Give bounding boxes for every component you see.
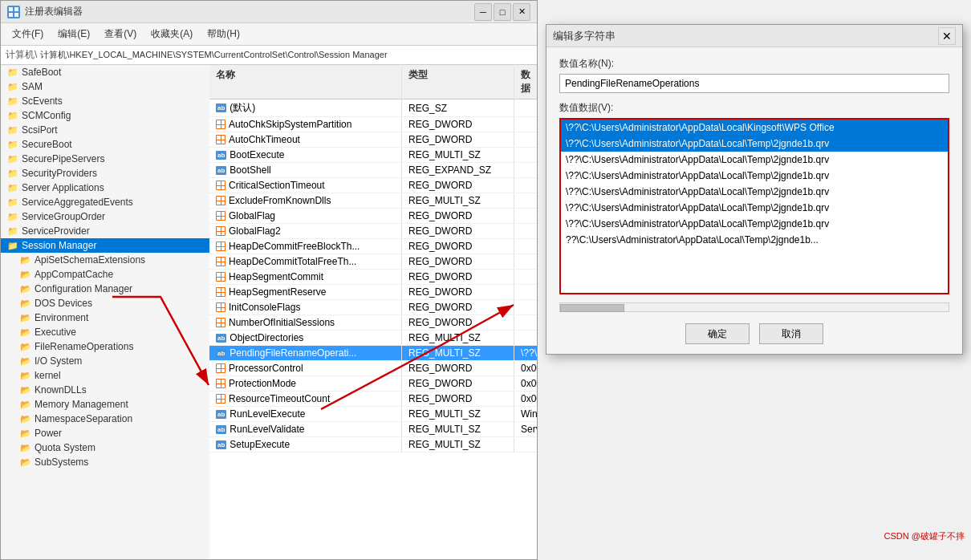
table-row[interactable]: ResourceTimeoutCountREG_DWORD0x00000096 … xyxy=(209,392,537,407)
tree-inner[interactable]: 📁SafeBoot📁SAM📁ScEvents📁SCMConfig📁ScsiPor… xyxy=(1,65,209,559)
table-row[interactable]: CriticalSectionTimeoutREG_DWORD xyxy=(209,178,537,193)
tree-item[interactable]: 📂ApiSetSchemaExtensions xyxy=(1,253,209,267)
list-item[interactable]: \??\C:\Users\Administrator\AppData\Local… xyxy=(561,152,948,168)
table-row[interactable]: abPendingFileRenameOperati...REG_MULTI_S… xyxy=(209,346,537,361)
tree-item-label: SCMConfig xyxy=(22,110,71,121)
folder-icon: 📁 xyxy=(7,241,18,251)
table-row[interactable]: AutoChkTimeoutREG_DWORD xyxy=(209,132,537,148)
table-row[interactable]: AutoChkSkipSystemPartitionREG_DWORD xyxy=(209,117,537,132)
list-item[interactable]: \??\C:\Users\Administrator\AppData\Local… xyxy=(561,200,948,216)
cell-data xyxy=(514,239,537,254)
tree-item[interactable]: 📁ScsiPort xyxy=(1,123,209,137)
scroll-thumb[interactable] xyxy=(560,304,624,312)
folder-icon: 📂 xyxy=(20,270,31,280)
tree-item[interactable]: 📂Memory Management xyxy=(1,397,209,412)
table-row[interactable]: GlobalFlag2REG_DWORD xyxy=(209,224,537,239)
table-row[interactable]: NumberOfInitialSessionsREG_DWORD xyxy=(209,315,537,331)
tree-panel: 📁SafeBoot📁SAM📁ScEvents📁SCMConfig📁ScsiPor… xyxy=(1,65,209,559)
table-row[interactable]: abBootExecuteREG_MULTI_SZ xyxy=(209,148,537,163)
tree-item[interactable]: 📁ServiceAggregatedEvents xyxy=(1,195,209,209)
folder-icon: 📂 xyxy=(20,298,31,309)
minimize-button[interactable]: ─ xyxy=(474,3,492,21)
tree-item-label: kernel xyxy=(35,370,61,381)
tree-item[interactable]: 📂FileRenameOperations xyxy=(1,339,209,354)
ok-button[interactable]: 确定 xyxy=(685,323,750,344)
table-row[interactable]: abBootShellREG_EXPAND_SZ xyxy=(209,163,537,178)
list-item[interactable]: ??\C:\Users\Administrator\AppData\Local\… xyxy=(561,232,948,248)
table-row[interactable]: abRunLevelValidateREG_MULTI_SZServiceCon… xyxy=(209,422,537,437)
table-row[interactable]: HeapSegmentReserveREG_DWORD xyxy=(209,285,537,300)
reg-grid-icon xyxy=(216,257,225,266)
cell-type: REG_DWORD xyxy=(402,209,514,223)
cell-type: REG_MULTI_SZ xyxy=(402,346,514,360)
name-input[interactable] xyxy=(559,74,949,93)
tree-item[interactable]: 📂Configuration Manager xyxy=(1,282,209,296)
tree-item[interactable]: 📁SafeBoot xyxy=(1,65,209,79)
tree-item[interactable]: 📂DOS Devices xyxy=(1,296,209,310)
cell-name-text: ProtectionMode xyxy=(229,378,296,389)
folder-icon: 📂 xyxy=(20,414,31,424)
tree-item[interactable]: 📁SecurityProviders xyxy=(1,166,209,181)
tree-item[interactable]: 📂Quota System xyxy=(1,440,209,455)
table-row[interactable]: ProtectionModeREG_DWORD0x00000001 (1) xyxy=(209,376,537,392)
table-row[interactable]: GlobalFlagREG_DWORD xyxy=(209,209,537,224)
cell-name-text: PendingFileRenameOperati... xyxy=(230,347,356,359)
tree-item[interactable]: 📂NamespaceSeparation xyxy=(1,412,209,426)
tree-item[interactable]: 📁SecurePipeServers xyxy=(1,152,209,166)
menu-favorites[interactable]: 收藏夹(A) xyxy=(144,26,199,43)
list-item[interactable]: \??\C:\Users\Administrator\AppData\Local… xyxy=(561,120,948,136)
dialog-close-button[interactable]: ✕ xyxy=(938,27,956,45)
tree-item[interactable]: 📁SCMConfig xyxy=(1,108,209,123)
folder-icon: 📂 xyxy=(20,428,31,439)
cell-name: ab(默认) xyxy=(209,99,402,116)
tree-item[interactable]: 📁ScEvents xyxy=(1,94,209,108)
window-controls: ─ □ ✕ xyxy=(474,3,530,21)
table-row[interactable]: HeapSegmentCommitREG_DWORD xyxy=(209,270,537,285)
maximize-button[interactable]: □ xyxy=(494,3,511,21)
tree-item[interactable]: 📁Server Applications xyxy=(1,181,209,195)
tree-item[interactable]: 📂SubSystems xyxy=(1,455,209,469)
table-row[interactable]: HeapDeCommitTotalFreeTh...REG_DWORD xyxy=(209,254,537,270)
cell-name-text: GlobalFlag2 xyxy=(229,225,281,237)
list-item[interactable]: \??\C:\Users\Administrator\AppData\Local… xyxy=(561,216,948,232)
tree-item[interactable]: 📂Power xyxy=(1,426,209,440)
table-row[interactable]: abSetupExecuteREG_MULTI_SZ xyxy=(209,437,537,452)
cancel-button[interactable]: 取消 xyxy=(759,323,823,344)
list-item[interactable]: \??\C:\Users\Administrator\AppData\Local… xyxy=(561,136,948,152)
cell-name-text: AutoChkSkipSystemPartition xyxy=(229,119,351,130)
tree-item-label: ApiSetSchemaExtensions xyxy=(35,254,145,266)
table-row[interactable]: abObjectDirectoriesREG_MULTI_SZ xyxy=(209,331,537,346)
table-row[interactable]: ab(默认)REG_SZ xyxy=(209,99,537,117)
table-row[interactable]: InitConsoleFlagsREG_DWORD xyxy=(209,300,537,315)
tree-item[interactable]: 📂Environment xyxy=(1,310,209,325)
tree-item[interactable]: 📁ServiceGroupOrder xyxy=(1,209,209,224)
menu-edit[interactable]: 编辑(E) xyxy=(51,26,96,43)
tree-item[interactable]: 📁Session Manager xyxy=(1,238,209,253)
tree-item[interactable]: 📂Executive xyxy=(1,325,209,339)
table-row[interactable]: ExcludeFromKnownDllsREG_MULTI_SZ xyxy=(209,193,537,209)
menu-file[interactable]: 文件(F) xyxy=(6,26,50,43)
table-row[interactable]: ProcessorControlREG_DWORD0x00000002 (2) xyxy=(209,361,537,376)
tree-item[interactable]: 📂I/O System xyxy=(1,354,209,368)
menu-view[interactable]: 查看(V) xyxy=(98,26,143,43)
tree-item[interactable]: 📁SAM xyxy=(1,79,209,94)
menu-help[interactable]: 帮助(H) xyxy=(201,26,246,43)
tree-item[interactable]: 📂AppCompatCache xyxy=(1,267,209,282)
multivalue-listbox[interactable]: \??\C:\Users\Administrator\AppData\Local… xyxy=(559,118,949,294)
list-item[interactable]: \??\C:\Users\Administrator\AppData\Local… xyxy=(561,168,948,184)
close-button[interactable]: ✕ xyxy=(513,3,530,21)
cell-type: REG_DWORD xyxy=(402,178,514,193)
tree-item[interactable]: 📂kernel xyxy=(1,368,209,383)
horizontal-scrollbar[interactable] xyxy=(559,302,949,312)
tree-item[interactable]: 📁SecureBoot xyxy=(1,137,209,152)
tree-item-label: Memory Management xyxy=(35,399,128,410)
tree-item-label: Server Applications xyxy=(22,182,104,193)
cell-type: REG_DWORD xyxy=(402,285,514,299)
cell-data: ServiceControlManager xyxy=(514,422,537,436)
table-row[interactable]: HeapDeCommitFreeBlockTh...REG_DWORD xyxy=(209,239,537,254)
tree-item[interactable]: 📂KnownDLLs xyxy=(1,383,209,397)
list-item[interactable]: \??\C:\Users\Administrator\AppData\Local… xyxy=(561,184,948,200)
table-row[interactable]: abRunLevelExecuteREG_MULTI_SZWinInit Ser… xyxy=(209,407,537,422)
tree-item[interactable]: 📁ServiceProvider xyxy=(1,224,209,238)
svg-rect-1 xyxy=(14,7,18,11)
